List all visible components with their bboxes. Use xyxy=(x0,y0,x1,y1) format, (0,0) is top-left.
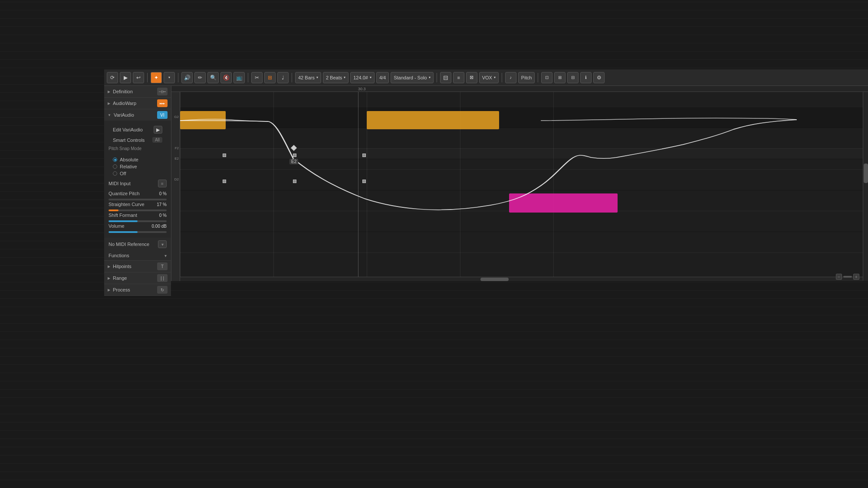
midi-input-btn[interactable]: ≡ xyxy=(158,180,167,187)
volume-value: 0.00 dB xyxy=(149,224,167,229)
note-block-1[interactable] xyxy=(180,111,226,129)
audiowarp-header[interactable]: ▶ AudioWarp ▸▸▸ xyxy=(104,98,171,109)
straighten-curve-slider[interactable] xyxy=(108,210,167,211)
settings-icon: ⚙ xyxy=(597,75,602,81)
sep7 xyxy=(538,73,538,82)
functions-label: Functions xyxy=(108,253,162,258)
quantize-pitch-slider[interactable] xyxy=(108,199,167,200)
functions-row[interactable]: Functions ▾ xyxy=(104,251,171,260)
variaudio-header[interactable]: ▼ VariAudio VI xyxy=(104,109,171,121)
hitpoints-header[interactable]: ▶ Hitpoints T xyxy=(104,261,171,272)
scrollbar-vertical[interactable] xyxy=(863,92,868,281)
track-list-btn[interactable]: ≡ xyxy=(453,72,464,83)
radio-relative-circle xyxy=(113,164,117,169)
left-panel: ▶ Definition ⊣⊢ ▶ AudioWarp ▸▸▸ ▼ VariAu… xyxy=(104,86,171,281)
bars-label: 42 Bars xyxy=(298,75,315,80)
zoom-slider-track[interactable] xyxy=(843,276,852,278)
functions-arrow: ▾ xyxy=(164,253,167,258)
speaker-btn[interactable]: 🔊 xyxy=(181,72,193,83)
note-block-3[interactable] xyxy=(509,193,618,213)
range-arrow: ▶ xyxy=(108,276,110,280)
beats-dropdown[interactable]: 2 Beats ▾ xyxy=(323,72,349,83)
vox-dropdown[interactable]: VOX ▾ xyxy=(479,72,499,83)
handle-bc[interactable] xyxy=(293,180,296,183)
straighten-curve-label: Straighten Curve xyxy=(108,202,145,207)
midi-input-label: MIDI Input xyxy=(108,181,131,186)
monitor-btn[interactable]: 📺 xyxy=(233,72,245,83)
straighten-curve-value: 17 % xyxy=(149,202,167,207)
process-header[interactable]: ▶ Process ↻ xyxy=(104,284,171,295)
audiowarp-badge: ▸▸▸ xyxy=(157,99,168,107)
radio-relative[interactable]: Relative xyxy=(113,164,162,169)
scrollbar-horizontal[interactable] xyxy=(180,277,863,281)
bars-dropdown[interactable]: 42 Bars ▾ xyxy=(295,72,321,83)
radio-off-circle xyxy=(113,171,117,176)
mode-dropdown[interactable]: Standard - Solo ▾ xyxy=(391,72,433,83)
edit-variaudio-btn[interactable]: ▶ xyxy=(154,126,162,134)
cursor-tool-btn[interactable]: ✦ xyxy=(151,72,162,83)
pencil-btn[interactable]: ✏ xyxy=(194,72,206,83)
scrollbar-horizontal-thumb[interactable] xyxy=(480,278,509,281)
key-d2: D2 xyxy=(174,178,179,181)
info-btn[interactable]: ℹ xyxy=(580,72,592,83)
compare-btn[interactable]: ⊟ xyxy=(567,72,579,83)
handle-tc[interactable] xyxy=(293,154,296,157)
process-section: ▶ Process ↻ xyxy=(104,284,171,296)
ruler-mark-303: 30.3 xyxy=(358,86,366,91)
zoom-minus-btn[interactable]: − xyxy=(836,274,842,280)
handle-bl[interactable] xyxy=(223,180,226,183)
zoom-plus-btn[interactable]: + xyxy=(853,274,859,280)
rewind-btn[interactable]: ↩ xyxy=(133,72,144,83)
definition-header[interactable]: ▶ Definition ⊣⊢ xyxy=(104,86,171,97)
pitch-mode-icon[interactable]: ♪ xyxy=(505,72,516,83)
bpm-dropdown[interactable]: 124.0# ▾ xyxy=(350,72,375,83)
volume-slider[interactable] xyxy=(108,231,167,233)
shift-formant-fill xyxy=(108,220,138,222)
range-section: ▶ Range | | xyxy=(104,272,171,284)
grid-v-4 xyxy=(553,86,554,281)
smart-controls-value[interactable]: All xyxy=(152,137,162,143)
pitch-dropdown[interactable]: Pitch xyxy=(518,72,535,83)
grid-h-2 xyxy=(180,128,868,128)
scissor-btn[interactable]: ✂ xyxy=(251,72,263,83)
audiowarp-label: AudioWarp xyxy=(113,101,136,106)
window-btn[interactable]: ⊞ xyxy=(554,72,566,83)
fit-btn[interactable]: ⊡ xyxy=(541,72,552,83)
radio-off[interactable]: Off xyxy=(113,171,162,176)
radio-absolute[interactable]: Absolute xyxy=(113,157,162,162)
track-overview-btn[interactable]: ⊠ xyxy=(466,72,477,83)
beats-label: 2 Beats xyxy=(326,75,342,80)
handle-br[interactable] xyxy=(362,180,366,183)
piano-keys: G2 F2 E2 D2 xyxy=(171,86,180,281)
mute-btn[interactable]: 🔇 xyxy=(220,72,232,83)
play-btn[interactable]: ▶ xyxy=(120,72,131,83)
snap-btn[interactable]: ⊞ xyxy=(264,72,276,83)
process-label: Process xyxy=(113,287,130,292)
note-block-2-selected[interactable] xyxy=(367,111,499,129)
shift-formant-row: Shift Formant 0 % xyxy=(108,213,167,218)
scrollbar-vertical-thumb[interactable] xyxy=(864,164,868,183)
settings-btn[interactable]: ⚙ xyxy=(593,72,605,83)
handle-tl[interactable] xyxy=(223,154,226,157)
shift-formant-slider[interactable] xyxy=(108,220,167,222)
hitpoints-arrow: ▶ xyxy=(108,265,110,269)
timesig-label: 4/4 xyxy=(379,75,386,80)
audiowarp-arrow: ▶ xyxy=(108,102,110,105)
loop-btn[interactable]: ⟳ xyxy=(107,72,118,83)
grid-h-9 xyxy=(180,252,868,253)
sep5 xyxy=(437,73,437,82)
track-lanes-btn[interactable]: ⊟ xyxy=(440,72,451,83)
range-header[interactable]: ▶ Range | | xyxy=(104,272,171,284)
handle-tr[interactable] xyxy=(362,154,366,157)
timesig-dropdown[interactable]: 4/4 xyxy=(376,72,389,83)
midi-reference-btn[interactable]: ▾ xyxy=(158,240,167,248)
straighten-curve-track xyxy=(108,210,167,211)
radio-off-label: Off xyxy=(120,171,126,176)
magnify-btn[interactable]: 🔍 xyxy=(207,72,219,83)
volume-label: Volume xyxy=(108,223,125,229)
quantize-pitch-row: Quantize Pitch 0 % xyxy=(108,191,167,196)
metronome-btn[interactable]: ♩ xyxy=(277,72,289,83)
cursor-dropdown-btn[interactable]: ▾ xyxy=(164,72,175,83)
sep6 xyxy=(502,73,502,82)
beats-chevron: ▾ xyxy=(344,75,345,79)
